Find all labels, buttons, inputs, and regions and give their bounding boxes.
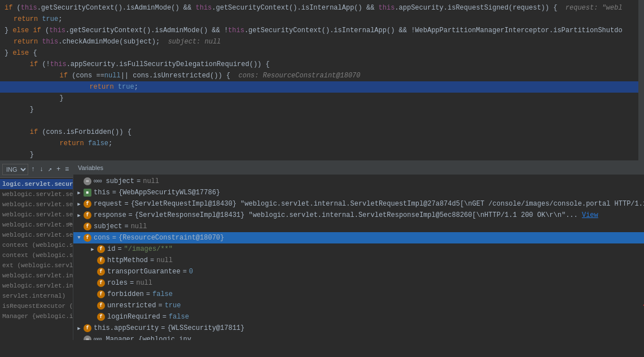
code-line: }: [0, 149, 638, 160]
toggle-collapsed[interactable]: [76, 212, 82, 219]
toggle-empty: [89, 314, 96, 320]
var-subject-null[interactable]: ∞ ∞∞ subject = null: [73, 176, 644, 187]
code-line: }: [0, 93, 638, 104]
var-icon: f: [97, 268, 105, 276]
var-appsecurity[interactable]: f this.appSecurity = {WLSSecurity@17811}: [73, 323, 644, 334]
var-icon: f: [84, 223, 91, 230]
var-icon: f: [97, 279, 105, 287]
toggle-empty: [89, 257, 96, 264]
toggle-collapsed[interactable]: [76, 325, 82, 332]
code-line: [0, 115, 638, 127]
debug-controls: ING ↑ ↓ ↗ + ≡: [0, 161, 73, 178]
stack-item[interactable]: Manager {weblogic.inv.: [0, 311, 73, 321]
var-this[interactable]: ■ this = {WebAppSecurityWLS@17786}: [73, 187, 644, 198]
var-manager[interactable]: ∞ ∞∞ Manager {weblogic.inv.: [73, 334, 644, 340]
var-cons-httpmethod[interactable]: f httpMethod = null: [73, 255, 644, 266]
var-subject2[interactable]: f subject = null: [73, 221, 644, 232]
var-icon: ∞: [84, 336, 91, 340]
var-icon: f: [84, 200, 91, 208]
var-icon: ∞: [84, 177, 91, 185]
variables-header: Variables: [73, 161, 644, 175]
toggle-empty: [89, 291, 96, 298]
debug-left-panel: ING ↑ ↓ ↗ + ≡ logic.servlet.security.i. …: [0, 161, 73, 340]
stack-item[interactable]: logic.servlet.security.i.: [0, 179, 73, 189]
var-icon: f: [84, 211, 91, 219]
var-cons-transport[interactable]: f transportGuarantee = 0: [73, 266, 644, 277]
code-editor: if (this.getSecurityContext().isAdminMod…: [0, 0, 638, 161]
stack-item[interactable]: weblogic.servlet.secu.: [0, 210, 73, 220]
toggle-collapsed[interactable]: [89, 246, 96, 252]
var-icon: f: [84, 324, 91, 332]
toggle-empty: [89, 280, 96, 286]
stack-item[interactable]: context (weblogic.servl.: [0, 240, 73, 250]
var-icon: f: [84, 234, 91, 242]
code-line: }: [0, 104, 638, 115]
stack-item[interactable]: weblogic.servlet.internal: [0, 281, 73, 291]
code-line: [0, 160, 638, 161]
toggle-collapsed[interactable]: [76, 189, 82, 196]
var-cons-forbidden[interactable]: f forbidden = false: [73, 289, 644, 300]
call-stack-list: logic.servlet.security.i. weblogic.servl…: [0, 178, 73, 323]
code-line: if (cons.isForbidden()) {: [0, 127, 638, 138]
stack-item[interactable]: weblogic.servlet.secu.: [0, 189, 73, 199]
var-cons-loginrequired[interactable]: f loginRequired = false: [73, 311, 644, 323]
menu-button[interactable]: ≡: [63, 163, 71, 176]
variables-panel: Variables ∞ ∞∞ subject = null ■ this = {…: [73, 161, 644, 340]
code-line: if (this.getSecurityContext().isAdminMod…: [0, 2, 638, 14]
toggle-empty: [89, 302, 96, 309]
var-icon: ■: [84, 189, 91, 197]
toggle-empty: [76, 178, 82, 185]
step-up-button[interactable]: ↑: [29, 163, 37, 176]
var-cons-id[interactable]: f id = "/images/**": [73, 243, 644, 255]
code-line-highlighted: return true;: [0, 81, 638, 93]
stack-item[interactable]: context (weblogic.servl.: [0, 250, 73, 260]
var-response[interactable]: f response = {ServletResponseImpl@18431}…: [73, 210, 644, 221]
toggle-empty: [76, 336, 82, 340]
bottom-section: ING ↑ ↓ ↗ + ≡ logic.servlet.security.i. …: [0, 161, 644, 340]
debug-mode-dropdown[interactable]: ING: [2, 164, 28, 175]
stack-item[interactable]: weblogic.servlet.internal: [0, 271, 73, 281]
code-line: } else if (this.getSecurityContext().isA…: [0, 25, 638, 36]
toggle-collapsed[interactable]: [76, 201, 82, 207]
code-line: return false;: [0, 138, 638, 149]
var-icon: f: [97, 245, 105, 253]
code-line: } else {: [0, 47, 638, 59]
var-icon: f: [97, 302, 105, 310]
var-cons-roles[interactable]: f roles = null: [73, 277, 644, 289]
stack-item[interactable]: ext (weblogic.servlet.: [0, 260, 73, 271]
step-out-button[interactable]: ↗: [46, 163, 54, 176]
toggle-empty: [89, 268, 96, 275]
var-icon: f: [97, 313, 105, 321]
variables-title: Variables: [78, 164, 103, 171]
var-icon: f: [97, 256, 105, 264]
toggle-empty: [76, 223, 82, 230]
code-scrollbar[interactable]: [638, 0, 644, 161]
code-line: if (cons == null || cons.isUnrestricted(…: [0, 70, 638, 81]
view-link[interactable]: View: [582, 211, 598, 219]
stack-item[interactable]: isRequestExecutor (w.: [0, 301, 73, 311]
code-line: return this.checkAdminMode(subject); sub…: [0, 36, 638, 47]
stack-item[interactable]: weblogic.servlet.security.in ∞: [0, 220, 73, 230]
add-button[interactable]: +: [55, 163, 62, 176]
code-line: return true;: [0, 14, 638, 25]
toggle-expanded[interactable]: [76, 234, 82, 241]
var-icon: f: [97, 290, 105, 298]
code-line: if (!this.appSecurity.isFullSecurityDele…: [0, 59, 638, 70]
step-down-button[interactable]: ↓: [38, 163, 45, 176]
var-cons-unrestricted[interactable]: f unrestricted = true ←: [73, 300, 644, 311]
var-cons[interactable]: f cons = {ResourceConstraint@18070}: [73, 232, 644, 243]
stack-item[interactable]: weblogic.servlet.security.in: [0, 230, 73, 240]
variables-list: ∞ ∞∞ subject = null ■ this = {WebAppSecu…: [73, 175, 644, 340]
var-request[interactable]: f request = {ServletRequestImpl@18430} "…: [73, 198, 644, 210]
stack-item[interactable]: servlet.internal): [0, 291, 73, 301]
stack-item[interactable]: weblogic.servlet.secu.: [0, 199, 73, 210]
code-panel: if (this.getSecurityContext().isAdminMod…: [0, 0, 644, 161]
